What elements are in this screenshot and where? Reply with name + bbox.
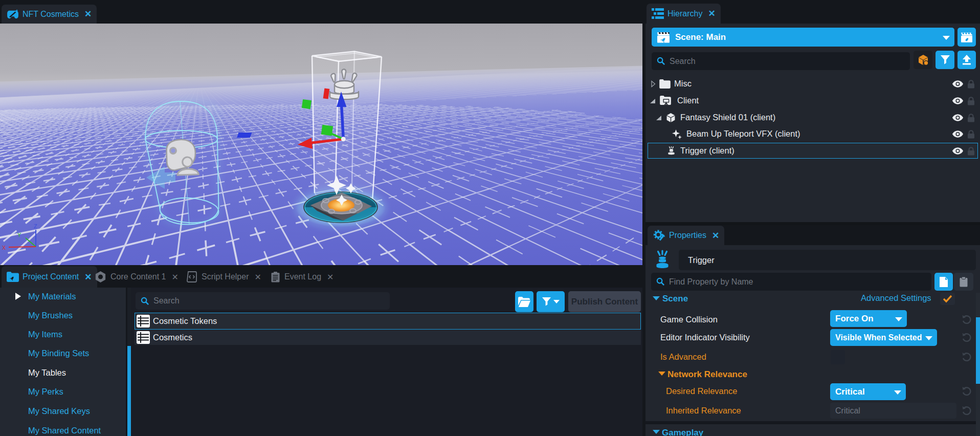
svg-text:Y: Y bbox=[17, 232, 21, 238]
svg-text:X: X bbox=[2, 245, 6, 251]
svg-text:Z: Z bbox=[34, 223, 37, 229]
